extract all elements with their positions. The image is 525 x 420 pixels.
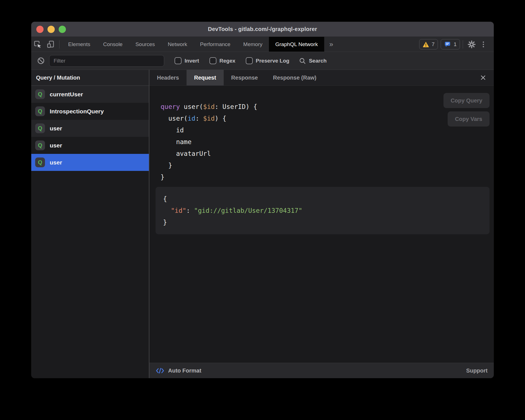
query-type-badge: Q: [35, 106, 45, 116]
query-list-header: Query / Mutation: [31, 70, 149, 86]
checkbox-label: Regex: [219, 58, 235, 64]
double-chevron-icon: »: [329, 40, 333, 48]
inspect-icon: [34, 40, 42, 49]
query-type-badge: Q: [35, 89, 45, 99]
issues-badge[interactable]: 1: [441, 39, 460, 49]
query-type-badge: Q: [35, 157, 45, 167]
tab-elements[interactable]: Elements: [62, 37, 97, 52]
query-list-item[interactable]: Quser: [31, 137, 149, 154]
issues-count: 1: [454, 41, 457, 47]
code-line: }: [161, 171, 494, 183]
code-line: name: [161, 136, 494, 148]
toolbar-separator: [463, 40, 463, 49]
tab-sources[interactable]: Sources: [129, 37, 161, 52]
tab-graphql-network[interactable]: GraphQL Network: [269, 37, 324, 52]
copy-query-button[interactable]: Copy Query: [443, 93, 490, 108]
clear-button[interactable]: [36, 56, 46, 66]
code-line: }: [161, 159, 494, 171]
query-list-item[interactable]: QIntrospectionQuery: [31, 103, 149, 120]
checkbox-box-regex[interactable]: [209, 57, 216, 64]
close-detail-button[interactable]: [478, 73, 488, 83]
window-title: DevTools - gitlab.com/-/graphql-explorer: [31, 26, 494, 32]
detail-tabs-list: HeadersRequestResponseResponse (Raw): [149, 70, 324, 85]
detail-tabs: HeadersRequestResponseResponse (Raw): [149, 70, 494, 86]
detail-footer: Auto Format Support: [149, 363, 494, 378]
query-list-item[interactable]: Quser: [31, 154, 149, 171]
checkbox-regex[interactable]: Regex: [209, 57, 235, 64]
more-tabs-button[interactable]: »: [324, 37, 338, 52]
auto-format-label: Auto Format: [168, 367, 201, 374]
checkbox-box-invert[interactable]: [175, 57, 182, 64]
code-line: avatarUrl: [161, 148, 494, 159]
tab-console[interactable]: Console: [97, 37, 129, 52]
filter-input[interactable]: [49, 55, 164, 67]
query-list-item[interactable]: Quser: [31, 120, 149, 137]
request-tab-content: Copy Query Copy Vars query user($id: Use…: [149, 86, 494, 363]
toolbar-right: 7 1: [416, 37, 494, 52]
request-variables-code: { "id": "gid://gitlab/User/13704317"}: [156, 187, 490, 234]
checkbox-box-preserve-log[interactable]: [246, 57, 253, 64]
query-name: user: [50, 142, 62, 149]
warnings-count: 7: [432, 41, 435, 47]
tab-memory[interactable]: Memory: [237, 37, 269, 52]
filter-bar: InvertRegexPreserve Log Search: [31, 52, 494, 70]
warning-icon: [423, 41, 429, 48]
search-label: Search: [309, 58, 326, 64]
inspect-element-button[interactable]: [31, 37, 44, 52]
query-name: currentUser: [50, 91, 83, 98]
query-name: user: [50, 159, 62, 166]
device-toolbar-button[interactable]: [44, 37, 57, 52]
auto-format-button[interactable]: Auto Format: [156, 367, 201, 374]
request-detail-pane: HeadersRequestResponseResponse (Raw) Cop…: [149, 70, 494, 378]
device-toolbar-icon: [46, 40, 55, 49]
checkbox-label: Invert: [185, 58, 199, 64]
checkbox-label: Preserve Log: [256, 58, 289, 64]
tab-performance[interactable]: Performance: [194, 37, 237, 52]
code-line: "id": "gid://gitlab/User/13704317": [163, 205, 482, 216]
code-line: {: [163, 193, 482, 205]
search-button[interactable]: Search: [299, 57, 326, 65]
detail-tab-response[interactable]: Response: [224, 70, 266, 85]
query-type-badge: Q: [35, 140, 45, 150]
settings-button[interactable]: [466, 39, 478, 50]
block-icon: [37, 57, 45, 65]
query-name: IntrospectionQuery: [50, 108, 104, 115]
query-type-badge: Q: [35, 123, 45, 133]
detail-tab-request[interactable]: Request: [187, 70, 224, 85]
code-brackets-icon: [156, 367, 164, 374]
support-link[interactable]: Support: [466, 367, 488, 374]
titlebar: DevTools - gitlab.com/-/graphql-explorer: [31, 22, 494, 37]
message-icon: [444, 41, 451, 48]
toolbar-separator: [59, 40, 59, 49]
detail-tab-headers[interactable]: Headers: [149, 70, 187, 85]
query-sidebar: Query / Mutation QcurrentUserQIntrospect…: [31, 70, 149, 378]
filter-checkboxes: InvertRegexPreserve Log: [164, 57, 289, 64]
search-icon: [299, 57, 306, 65]
code-line: }: [163, 216, 482, 228]
devtools-window: DevTools - gitlab.com/-/graphql-explorer…: [31, 22, 494, 378]
close-icon: [479, 74, 487, 81]
query-list: QcurrentUserQIntrospectionQueryQuserQuse…: [31, 86, 149, 171]
tab-network[interactable]: Network: [161, 37, 194, 52]
checkbox-preserve-log[interactable]: Preserve Log: [246, 57, 289, 64]
query-name: user: [50, 125, 62, 132]
query-list-item[interactable]: QcurrentUser: [31, 86, 149, 103]
kebab-menu-icon: [480, 40, 487, 49]
copy-buttons: Copy Query Copy Vars: [443, 93, 490, 127]
detail-tab-response-raw[interactable]: Response (Raw): [265, 70, 324, 85]
panel-body: Query / Mutation QcurrentUserQIntrospect…: [31, 70, 494, 378]
devtools-tabs: ElementsConsoleSourcesNetworkPerformance…: [62, 37, 324, 52]
checkbox-invert[interactable]: Invert: [175, 57, 199, 64]
gear-icon: [467, 40, 476, 49]
warnings-badge[interactable]: 7: [419, 39, 438, 49]
devtools-toolbar: ElementsConsoleSourcesNetworkPerformance…: [31, 37, 494, 52]
more-options-button[interactable]: [478, 39, 489, 50]
copy-vars-button[interactable]: Copy Vars: [448, 111, 490, 127]
